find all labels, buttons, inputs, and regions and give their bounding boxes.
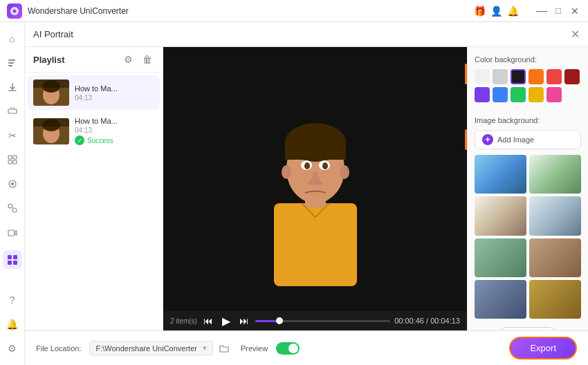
playlist-thumbnail <box>33 118 69 144</box>
svg-rect-21 <box>33 79 69 88</box>
app-body: ⌂ ✂ <box>0 22 588 365</box>
playlist-title: Playlist <box>33 55 65 65</box>
video-frame <box>163 47 467 311</box>
playlist-delete-button[interactable]: 🗑 <box>140 53 154 66</box>
playlist-panel: Playlist ⚙ 🗑 <box>25 47 163 330</box>
user-icon[interactable]: 👤 <box>490 5 502 17</box>
right-panel: Color background: <box>467 47 588 330</box>
playlist-item[interactable]: How to Ma... 04:13 ✓ Success <box>28 113 160 149</box>
bg-image-1[interactable] <box>475 155 526 194</box>
playlist-item-status: ✓ Success <box>75 135 154 145</box>
svg-rect-5 <box>8 156 12 159</box>
playlist-item-info: How to Ma... 04:13 ✓ Success <box>75 117 154 145</box>
svg-rect-2 <box>8 62 14 64</box>
bell-icon[interactable]: 🔔 <box>506 5 519 17</box>
fast-forward-button[interactable]: ⏭ <box>237 314 251 328</box>
svg-rect-14 <box>8 255 12 259</box>
close-button[interactable]: ✕ <box>569 5 581 17</box>
status-icon: ✓ <box>75 135 84 145</box>
image-background-section: Image background: + Add Image <box>475 116 581 330</box>
color-swatch-purple[interactable] <box>475 87 490 102</box>
add-image-button[interactable]: + Add Image <box>475 130 581 149</box>
bg-image-3[interactable] <box>475 196 526 235</box>
content-area: AI Portrait ✕ Playlist ⚙ 🗑 <box>25 22 588 365</box>
bg-image-6[interactable] <box>529 238 581 277</box>
bg-image-4[interactable] <box>529 196 581 235</box>
color-swatch-white[interactable] <box>475 69 490 84</box>
sidebar-item-ai[interactable] <box>3 175 22 194</box>
color-swatch-red[interactable] <box>546 69 562 84</box>
svg-rect-13 <box>8 230 15 236</box>
svg-rect-17 <box>13 261 17 265</box>
sidebar-item-scissors[interactable]: ✂ <box>3 127 22 145</box>
playlist-item-name: How to Ma... <box>75 84 154 93</box>
export-button[interactable]: Export <box>509 337 577 359</box>
minimize-button[interactable]: — <box>535 5 548 17</box>
sidebar-item-merge[interactable] <box>3 151 22 169</box>
playlist-settings-button[interactable]: ⚙ <box>121 53 135 66</box>
sidebar-item-effects[interactable] <box>3 199 22 218</box>
sidebar: ⌂ ✂ <box>0 22 25 365</box>
dropdown-arrow[interactable]: ▾ <box>203 344 207 353</box>
video-area: 2 item(s) ⏮ ▶ ⏭ 00:00:46 / 00:04:13 <box>163 47 467 330</box>
color-swatch-blue[interactable] <box>493 87 508 102</box>
color-swatch-green[interactable] <box>511 87 526 102</box>
sidebar-item-download[interactable] <box>3 77 22 96</box>
playlist-header: Playlist ⚙ 🗑 <box>25 47 163 73</box>
play-button[interactable]: ▶ <box>219 314 233 328</box>
color-swatch-yellow[interactable] <box>529 87 544 102</box>
sidebar-item-tools[interactable] <box>3 250 22 269</box>
sidebar-item-notifications[interactable]: 🔔 <box>3 315 22 334</box>
playlist-thumbnail <box>33 79 69 106</box>
sidebar-item-convert[interactable] <box>3 53 22 72</box>
bg-image-8[interactable] <box>529 280 581 319</box>
bg-image-5[interactable] <box>475 238 526 277</box>
sidebar-item-home[interactable]: ⌂ <box>3 29 22 48</box>
file-path-display: F:\Wondershare UniConverter ▾ <box>89 341 213 355</box>
bg-images-grid <box>475 155 581 319</box>
browse-folder-button[interactable] <box>216 340 232 357</box>
app-title: Wondershare UniConverter <box>28 6 473 16</box>
progress-thumb <box>276 317 283 324</box>
panel-close-button[interactable]: ✕ <box>571 28 580 41</box>
playlist-item[interactable]: How to Ma... 04:13 <box>28 75 160 110</box>
items-count-area: 2 item(s) <box>170 317 197 325</box>
file-location-input: F:\Wondershare UniConverter ▾ <box>89 340 232 357</box>
plus-icon: + <box>482 134 493 145</box>
sidebar-item-trim[interactable] <box>3 102 22 120</box>
color-swatch-grid <box>475 69 581 102</box>
panel-header: AI Portrait ✕ <box>25 22 588 47</box>
items-count: 2 item(s) <box>170 317 197 325</box>
maximize-button[interactable]: □ <box>552 5 564 17</box>
progress-bar[interactable] <box>255 320 390 322</box>
video-controls: 2 item(s) ⏮ ▶ ⏭ 00:00:46 / 00:04:13 <box>163 311 467 330</box>
svg-point-10 <box>11 182 14 185</box>
svg-point-12 <box>12 208 17 212</box>
color-swatch-dark-red[interactable] <box>564 69 580 84</box>
title-bar-controls: 🎁 👤 🔔 — □ ✕ <box>473 5 581 17</box>
playlist-item-duration: 04:13 <box>75 127 154 134</box>
playlist-item-info: How to Ma... 04:13 <box>75 84 154 102</box>
sidebar-item-help[interactable]: ? <box>3 291 22 310</box>
playlist-item-name: How to Ma... <box>75 117 154 125</box>
sidebar-item-settings[interactable]: ⚙ <box>3 339 22 358</box>
sidebar-item-record[interactable] <box>3 223 22 242</box>
preview-toggle[interactable] <box>276 342 300 355</box>
gift-icon[interactable]: 🎁 <box>473 5 486 17</box>
app-logo <box>7 3 22 19</box>
svg-rect-1 <box>8 59 15 61</box>
bg-image-7[interactable] <box>475 280 526 319</box>
color-swatch-light-gray[interactable] <box>493 69 508 84</box>
svg-point-32 <box>340 165 349 179</box>
file-location-label: File Location: <box>36 344 81 353</box>
bg-image-2[interactable] <box>529 155 581 194</box>
rewind-button[interactable]: ⏮ <box>201 314 215 328</box>
time-display: 00:00:46 / 00:04:13 <box>394 317 460 325</box>
work-area: Playlist ⚙ 🗑 <box>25 47 588 330</box>
color-swatch-black[interactable] <box>511 69 526 84</box>
color-swatch-orange[interactable] <box>529 69 544 84</box>
svg-rect-4 <box>8 109 17 113</box>
toggle-knob <box>288 344 298 353</box>
color-swatch-pink[interactable] <box>546 87 562 102</box>
svg-rect-15 <box>13 255 17 259</box>
